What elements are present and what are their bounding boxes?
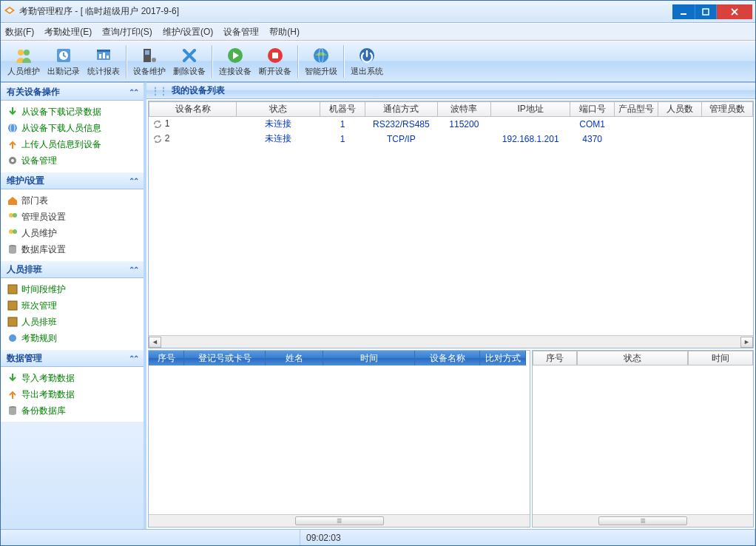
device-grid[interactable]: 设备名称状态机器号通信方式波特率IP地址端口号产品型号人员数管理员数 1未连接1… [149, 101, 753, 335]
log-col-header[interactable]: 状态 [577, 351, 688, 365]
sidebar-item-label: 部门表 [21, 195, 48, 207]
maximize-button[interactable] [695, 4, 717, 19]
log-col-header[interactable]: 比对方式 [480, 351, 526, 365]
db-icon [7, 405, 18, 417]
svg-rect-10 [107, 55, 109, 58]
panel-header[interactable]: 数据管理⌃⌃ [1, 349, 144, 367]
disconnect-button[interactable]: 断开设备 [255, 43, 295, 80]
menu-item[interactable]: 考勤处理(E) [44, 26, 92, 38]
log-right-body[interactable] [533, 365, 753, 514]
toolbar-label: 退出系统 [351, 66, 383, 77]
svg-rect-29 [8, 285, 17, 294]
col-header[interactable]: 机器号 [320, 102, 365, 117]
col-header[interactable]: IP地址 [491, 102, 570, 117]
menu-item[interactable]: 数据(F) [5, 26, 34, 38]
toolbar-label: 删除设备 [173, 66, 206, 77]
upgrade-button[interactable]: 智能升级 [301, 43, 341, 80]
chevron-up-icon: ⌃⌃ [129, 266, 138, 274]
exit-button[interactable]: 退出系统 [347, 43, 387, 80]
device-maint-button[interactable]: 设备维护 [129, 43, 169, 80]
svg-rect-16 [272, 53, 278, 58]
col-header[interactable]: 管理员数 [702, 102, 753, 117]
log-col-header[interactable]: 序号 [533, 351, 577, 365]
cell-model [614, 132, 658, 146]
minimize-button[interactable] [672, 4, 695, 19]
scroll-left-icon[interactable]: ◄ [149, 337, 161, 348]
sidebar-item[interactable]: 部门表 [1, 192, 144, 209]
grid-hscroll[interactable]: ◄ ► [149, 335, 753, 348]
svg-rect-0 [681, 13, 686, 15]
sidebar-item[interactable]: 设备管理 [1, 152, 144, 169]
delete-device-button[interactable]: 删除设备 [169, 43, 209, 80]
cell-model [614, 117, 658, 132]
sidebar-item[interactable]: 人员排班 [1, 314, 144, 330]
panel-title: 人员排班 [7, 263, 42, 276]
sidebar-item[interactable]: 时间段维护 [1, 281, 144, 297]
sidebar-item[interactable]: 上传人员信息到设备 [1, 136, 144, 152]
personnel-button[interactable]: 人员维护 [4, 43, 44, 80]
log-col-header[interactable]: 登记号或卡号 [184, 351, 266, 365]
report-button[interactable]: 统计报表 [84, 43, 124, 80]
svg-point-27 [13, 229, 17, 234]
panel-header[interactable]: 人员排班⌃⌃ [1, 260, 144, 278]
sidebar-item[interactable]: 管理员设置 [1, 209, 144, 225]
attendance-record-button[interactable]: 出勤记录 [44, 43, 84, 80]
menu-item[interactable]: 查询/打印(S) [102, 26, 152, 38]
sidebar-item-label: 数据库设置 [21, 243, 66, 256]
dot-icon [7, 332, 18, 344]
statusbar: 09:02:03 [1, 529, 755, 545]
col-header[interactable]: 状态 [237, 102, 320, 117]
sidebar-item[interactable]: 数据库设置 [1, 241, 144, 257]
table-row[interactable]: 1未连接1RS232/RS485115200COM1 [149, 117, 753, 132]
svg-point-3 [24, 50, 30, 55]
panel-header[interactable]: 维护/设置⌃⌃ [1, 172, 144, 189]
connect-button[interactable]: 连接设备 [215, 43, 255, 80]
sidebar-item[interactable]: 从设备下载记录数据 [1, 104, 144, 120]
sidebar-item-label: 备份数据库 [21, 405, 66, 417]
menu-item[interactable]: 帮助(H) [269, 26, 300, 38]
col-header[interactable]: 端口号 [570, 102, 615, 117]
log-left-body[interactable] [149, 365, 530, 514]
sidebar-item[interactable]: 导入考勤数据 [1, 370, 144, 386]
col-header[interactable]: 波特率 [437, 102, 490, 117]
log-col-header[interactable]: 设备名称 [415, 351, 480, 365]
cell-comm: TCP/IP [365, 132, 438, 146]
col-header[interactable]: 通信方式 [365, 102, 438, 117]
log-col-header[interactable]: 序号 [149, 351, 184, 365]
menu-item[interactable]: 设备管理 [223, 26, 259, 38]
cell-status: 未连接 [237, 132, 320, 146]
toolbar-label: 连接设备 [219, 66, 252, 77]
panel-header[interactable]: 有关设备操作⌃⌃ [1, 83, 144, 101]
toolbar-sep [343, 45, 345, 78]
svg-rect-31 [8, 317, 17, 326]
svg-point-32 [9, 334, 16, 342]
col-header[interactable]: 产品型号 [614, 102, 658, 117]
sidebar-item[interactable]: 从设备下载人员信息 [1, 120, 144, 136]
log-right-scroll[interactable] [533, 514, 753, 527]
app-icon [4, 6, 16, 18]
content-tab-label[interactable]: 我的设备列表 [172, 84, 225, 97]
sidebar-item[interactable]: 班次管理 [1, 297, 144, 314]
log-left-scroll[interactable] [149, 514, 530, 527]
log-col-header[interactable]: 姓名 [266, 351, 323, 365]
col-header[interactable]: 设备名称 [149, 102, 237, 117]
menu-item[interactable]: 维护/设置(O) [163, 26, 214, 38]
table-row[interactable]: 2未连接1TCP/IP192.168.1.2014370 [149, 132, 753, 146]
log-col-header[interactable]: 时间 [323, 351, 415, 365]
chevron-up-icon: ⌃⌃ [129, 354, 138, 363]
log-table-left: 序号登记号或卡号姓名时间设备名称比对方式 [148, 350, 530, 528]
svg-point-2 [18, 50, 24, 55]
close-button[interactable] [717, 4, 752, 19]
col-header[interactable]: 人员数 [658, 102, 701, 117]
svg-rect-7 [97, 50, 110, 52]
users-icon [7, 227, 18, 239]
grip-icon: ⋮⋮ [151, 86, 167, 96]
sidebar-item[interactable]: 导出考勤数据 [1, 386, 144, 402]
toolbar: 人员维护出勤记录统计报表设备维护删除设备连接设备断开设备智能升级退出系统 [1, 41, 755, 82]
sidebar-item[interactable]: 人员维护 [1, 225, 144, 241]
sidebar-item[interactable]: 考勤规则 [1, 330, 144, 346]
scroll-right-icon[interactable]: ► [740, 337, 753, 348]
cell-status: 未连接 [237, 117, 320, 132]
log-col-header[interactable]: 时间 [688, 351, 753, 365]
sidebar-item[interactable]: 备份数据库 [1, 402, 144, 419]
